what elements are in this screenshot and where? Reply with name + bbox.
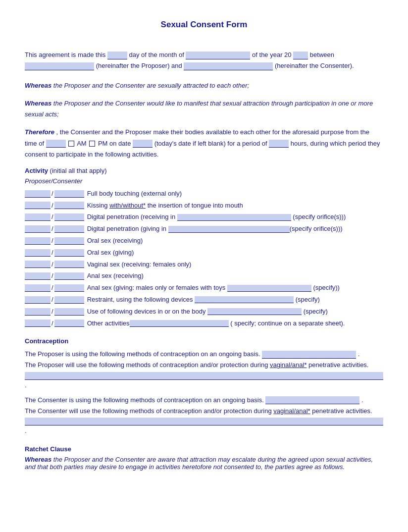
consenter-ongoing-field[interactable] — [265, 396, 359, 404]
activity-header: Activity (initial all that apply) — [25, 167, 383, 174]
whereas-1-text: Whereas the Proposer and the Consenter a… — [25, 82, 249, 89]
intro-between: between — [310, 51, 334, 58]
activity-proposer-field-11[interactable] — [25, 308, 51, 316]
consenter-ongoing-text: The Consenter is using the following met… — [25, 396, 265, 404]
activity-row: / Other activities ( specify; continue o… — [25, 319, 383, 329]
activity-title: Activity — [25, 167, 48, 174]
activity-row: / Digital penetration (receiving in (spe… — [25, 212, 383, 222]
activity-row: / Vaginal sex (receiving: females only) — [25, 260, 383, 270]
proposer-ongoing-field[interactable] — [262, 351, 356, 359]
anal-giving-field[interactable] — [227, 285, 311, 292]
activity-consenter-field-1[interactable] — [54, 190, 84, 198]
proposer-ongoing-para: The Proposer is using the following meth… — [25, 349, 383, 390]
activity-proposer-field-12[interactable] — [25, 319, 51, 327]
contraception-header: Contraception — [25, 337, 383, 345]
whereas-2-text: Whereas the Proposer and the Consenter w… — [25, 100, 373, 118]
activity-label-6: Oral sex (giving) — [87, 248, 383, 258]
intro-text-1: This agreement is made this — [25, 51, 105, 58]
proposer-name-field[interactable] — [25, 62, 94, 70]
activity-proposer-field-9[interactable] — [25, 284, 51, 292]
ratchet-section: Ratchet Clause Whereas the Proposer and … — [25, 445, 383, 471]
dp-giving-field[interactable] — [168, 226, 290, 233]
activity-proposer-field-3[interactable] — [25, 213, 51, 221]
activity-row: / Digital penetration (giving in (specif… — [25, 224, 383, 234]
activity-consenter-field-11[interactable] — [54, 308, 84, 316]
hours-field[interactable] — [269, 140, 289, 148]
activity-row: / Restraint, using the following devices… — [25, 295, 383, 305]
activity-row: / Anal sex (receiving) — [25, 271, 383, 281]
consenter-during-field[interactable] — [25, 418, 383, 426]
other-field[interactable] — [130, 320, 229, 327]
consenter-during-text: The Consenter will use the following met… — [25, 407, 372, 415]
consenter-name-field[interactable] — [184, 62, 273, 70]
activity-label-9: Anal sex (giving: males only or females … — [87, 283, 383, 293]
activity-row: / Oral sex (giving) — [25, 248, 383, 258]
year-field[interactable] — [293, 52, 308, 59]
activity-consenter-field-10[interactable] — [54, 296, 84, 304]
intro-day-label: day of the month of — [129, 51, 186, 58]
activity-label-5: Oral sex (receiving) — [87, 236, 383, 246]
activity-proposer-field-6[interactable] — [25, 249, 51, 257]
activity-proposer-field-7[interactable] — [25, 261, 51, 268]
proposer-ongoing-period: . — [358, 350, 360, 358]
pm-checkbox[interactable] — [89, 141, 95, 147]
activity-proposer-field-5[interactable] — [25, 237, 51, 245]
activity-consenter-field-7[interactable] — [54, 261, 84, 268]
proposer-during-text: The Proposer will use the following meth… — [25, 361, 368, 369]
time-field[interactable] — [46, 140, 66, 148]
activity-label-2: Kissing with/without* the insertion of t… — [87, 201, 383, 211]
activity-consenter-field-5[interactable] — [54, 237, 84, 245]
activity-row: / Kissing with/without* the insertion of… — [25, 201, 383, 211]
page-title: Sexual Consent Form — [25, 20, 383, 30]
activity-row: / Anal sex (giving: males only or female… — [25, 283, 383, 293]
activity-consenter-field-3[interactable] — [54, 213, 84, 221]
activity-row: / Full body touching (external only) — [25, 189, 383, 199]
activity-section: Activity (initial all that apply) Propos… — [25, 167, 383, 329]
ratchet-text: Whereas the Proposer and the Consenter a… — [25, 456, 383, 471]
activity-label-4: Digital penetration (giving in (specify … — [87, 224, 383, 234]
dp-receiving-field[interactable] — [177, 214, 291, 221]
day-field[interactable] — [107, 52, 127, 59]
activity-subtitle: (initial all that apply) — [50, 167, 107, 174]
whereas-2-section: Whereas the Proposer and the Consenter w… — [25, 98, 383, 120]
activity-label-7: Vaginal sex (receiving: females only) — [87, 260, 383, 270]
am-checkbox[interactable] — [68, 141, 74, 147]
activity-label-10: Restraint, using the following devices (… — [87, 295, 383, 305]
activity-proposer-field-10[interactable] — [25, 296, 51, 304]
month-field[interactable] — [186, 52, 250, 59]
date-field[interactable] — [133, 140, 153, 148]
intro-year-prefix: of the year 20 — [252, 51, 292, 58]
activity-consenter-field-12[interactable] — [54, 319, 84, 327]
proposer-during-period: . — [25, 381, 27, 389]
activity-proposer-field-4[interactable] — [25, 225, 51, 233]
activity-proposer-field-1[interactable] — [25, 190, 51, 198]
activity-label-11: Use of following devices in or on the bo… — [87, 307, 383, 317]
therefore-word: Therefore — [25, 128, 54, 136]
consenter-ongoing-para: The Consenter is using the following met… — [25, 395, 383, 436]
ratchet-header: Ratchet Clause — [25, 445, 383, 453]
intro-consenter-text: (hereinafter the Consenter). — [275, 62, 354, 69]
proposer-during-field[interactable] — [25, 372, 383, 380]
activity-proposer-field-2[interactable] — [25, 202, 51, 209]
activity-consenter-field-9[interactable] — [54, 284, 84, 292]
therefore-section: Therefore , the Consenter and the Propos… — [25, 127, 383, 160]
activity-label-1: Full body touching (external only) — [87, 189, 383, 199]
restraint-field[interactable] — [195, 296, 294, 303]
activity-label-3: Digital penetration (receiving in (speci… — [87, 212, 383, 222]
am-label: AM — [77, 140, 88, 147]
whereas-1-section: Whereas the Proposer and the Consenter a… — [25, 80, 383, 91]
activity-proposer-field-8[interactable] — [25, 272, 51, 280]
contraception-section: Contraception The Proposer is using the … — [25, 337, 383, 436]
intro-proposer-text: (hereinafter the Proposer) and — [96, 62, 184, 69]
activity-consenter-field-4[interactable] — [54, 225, 84, 233]
activity-row: / Oral sex (receiving) — [25, 236, 383, 246]
devices-field[interactable] — [207, 308, 302, 315]
activity-row: / Use of following devices in or on the … — [25, 307, 383, 317]
activity-consenter-field-2[interactable] — [54, 202, 84, 209]
activity-consenter-field-8[interactable] — [54, 272, 84, 280]
activity-consenter-field-6[interactable] — [54, 249, 84, 257]
activity-label-12: Other activities ( specify; continue on … — [87, 319, 383, 329]
proposer-ongoing-text: The Proposer is using the following meth… — [25, 350, 262, 358]
consenter-during-period: . — [25, 427, 27, 434]
activity-label-8: Anal sex (receiving) — [87, 271, 383, 281]
